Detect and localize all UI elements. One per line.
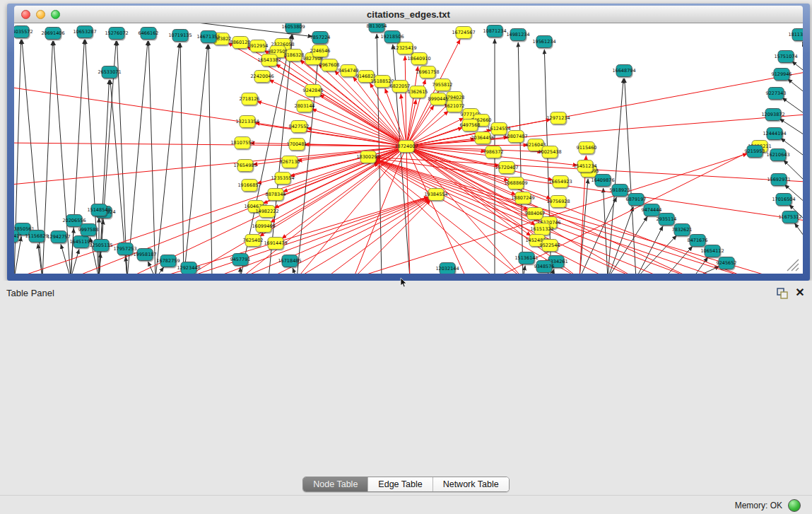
- graph-node[interactable]: 6466162: [139, 28, 159, 40]
- resize-grip-icon[interactable]: [787, 259, 799, 271]
- graph-node[interactable]: 7857224: [310, 32, 331, 44]
- graph-edge[interactable]: [293, 268, 297, 274]
- graph-node[interactable]: 2718126: [240, 93, 260, 105]
- graph-edge[interactable]: [148, 41, 155, 274]
- graph-node[interactable]: 9997588: [78, 224, 99, 236]
- graph-edge[interactable]: [782, 98, 803, 115]
- graph-node[interactable]: 1621072: [445, 100, 465, 112]
- tab-edge-table[interactable]: Edge Table: [367, 477, 432, 491]
- network-window-titlebar[interactable]: citations_edges.txt: [14, 6, 803, 23]
- graph-node[interactable]: 15136141: [514, 252, 538, 264]
- graph-edge[interactable]: [325, 199, 430, 274]
- graph-node[interactable]: 9242845: [303, 85, 324, 97]
- graph-edge[interactable]: [523, 266, 525, 274]
- graph-node[interactable]: 16124554: [487, 123, 510, 135]
- graph-node[interactable]: 8427552: [289, 121, 310, 133]
- graph-node[interactable]: 15720407: [495, 162, 518, 174]
- graph-edge[interactable]: [792, 62, 803, 72]
- graph-edge[interactable]: [117, 41, 127, 274]
- graph-node[interactable]: 10719135: [168, 30, 192, 42]
- graph-node[interactable]: 2803144: [295, 100, 315, 112]
- graph-edge[interactable]: [788, 79, 803, 93]
- graph-node[interactable]: 18113054: [788, 29, 803, 41]
- graph-node[interactable]: 12032144: [435, 263, 459, 274]
- graph-node[interactable]: 16724567: [452, 27, 475, 39]
- graph-node[interactable]: 2967608: [319, 59, 340, 71]
- graph-node[interactable]: 16914479: [264, 238, 287, 250]
- graph-node[interactable]: 7986372: [483, 146, 504, 158]
- graph-node[interactable]: 10688609: [504, 177, 527, 189]
- memory-indicator-icon[interactable]: [788, 499, 801, 512]
- graph-node[interactable]: 7955812: [433, 79, 453, 91]
- graph-node[interactable]: 9522544: [540, 240, 560, 252]
- graph-edge[interactable]: [184, 197, 429, 274]
- network-canvas[interactable]: 1872400718300295193845549115460224200462…: [14, 23, 803, 274]
- graph-node[interactable]: 12325419: [393, 42, 416, 54]
- graph-node[interactable]: 9474444: [642, 204, 662, 216]
- graph-node[interactable]: 8813054: [367, 23, 387, 33]
- graph-node[interactable]: 9348576: [534, 261, 555, 273]
- graph-node[interactable]: 19756928: [546, 196, 570, 208]
- graph-node[interactable]: 16210643: [766, 149, 789, 161]
- graph-node[interactable]: 19561234: [532, 36, 555, 48]
- tab-network-table[interactable]: Network Table: [433, 477, 509, 491]
- graph-edge[interactable]: [148, 262, 155, 274]
- graph-node[interactable]: 2935114: [657, 214, 677, 226]
- graph-node[interactable]: 14981234: [506, 29, 529, 41]
- graph-node[interactable]: 16648794: [612, 65, 635, 77]
- graph-node[interactable]: 18807249: [511, 192, 534, 204]
- graph-node[interactable]: 9115460: [577, 142, 597, 154]
- graph-node[interactable]: 19218506: [380, 31, 404, 43]
- graph-node[interactable]: 8912954: [248, 40, 269, 52]
- graph-node[interactable]: 20691406: [41, 28, 64, 40]
- graph-edge[interactable]: [795, 223, 803, 238]
- graph-node[interactable]: 10807487: [504, 131, 527, 143]
- graph-node[interactable]: 10653287: [73, 26, 96, 38]
- graph-node[interactable]: 9245652: [717, 257, 737, 269]
- graph-node[interactable]: 8471676: [688, 235, 708, 247]
- graph-node[interactable]: 18107552: [230, 137, 254, 149]
- graph-node[interactable]: 15751074: [774, 51, 797, 63]
- graph-node[interactable]: 6497568: [460, 119, 481, 132]
- graph-node[interactable]: 26533071: [98, 66, 121, 78]
- graph-node[interactable]: 12093872: [761, 109, 784, 121]
- graph-node[interactable]: 9215953: [745, 146, 765, 158]
- graph-edge[interactable]: [636, 235, 676, 274]
- tab-node-table[interactable]: Node Table: [303, 477, 367, 491]
- graph-node[interactable]: 9129946: [772, 69, 792, 81]
- float-window-icon[interactable]: [776, 287, 789, 300]
- graph-edge[interactable]: [180, 43, 184, 274]
- graph-node[interactable]: 7625402: [243, 235, 264, 247]
- graph-node[interactable]: 12444194: [763, 128, 786, 140]
- graph-node[interactable]: 11675312: [778, 211, 801, 223]
- graph-node[interactable]: 12971234: [546, 112, 570, 124]
- graph-node[interactable]: 16053809: [281, 23, 305, 33]
- graph-node[interactable]: 12353554: [271, 173, 294, 185]
- graph-node[interactable]: 9457791: [230, 254, 251, 266]
- graph-node[interactable]: 6879197: [626, 194, 647, 206]
- graph-node[interactable]: 9227343: [766, 88, 787, 100]
- graph-node[interactable]: 12942757: [47, 231, 70, 243]
- close-panel-icon[interactable]: ✕: [794, 286, 806, 300]
- graph-edge[interactable]: [184, 45, 208, 274]
- graph-edge[interactable]: [625, 78, 636, 274]
- graph-node[interactable]: 7832621: [672, 224, 693, 236]
- graph-edge[interactable]: [608, 216, 647, 274]
- graph-node[interactable]: 17016504: [772, 194, 795, 206]
- graph-node[interactable]: 10871234: [483, 25, 506, 37]
- graph-node[interactable]: 2246546: [310, 45, 331, 57]
- graph-node[interactable]: 8186328: [284, 49, 305, 62]
- graph-node[interactable]: 1700481: [287, 139, 307, 151]
- graph-node[interactable]: 5918923: [610, 185, 630, 197]
- graph-node[interactable]: 12923448: [177, 262, 200, 274]
- graph-node[interactable]: 10654112: [700, 245, 724, 257]
- graph-node[interactable]: 1362615: [408, 86, 428, 98]
- graph-edge[interactable]: [518, 42, 523, 274]
- graph-node[interactable]: 18640910: [407, 53, 430, 65]
- graph-edge[interactable]: [353, 146, 406, 274]
- graph-edge[interactable]: [127, 41, 148, 274]
- graph-node[interactable]: 14035572: [14, 26, 33, 38]
- graph-node[interactable]: 15276072: [105, 28, 128, 40]
- graph-node[interactable]: 16961758: [416, 66, 439, 78]
- graph-node[interactable]: 8878344: [266, 189, 286, 201]
